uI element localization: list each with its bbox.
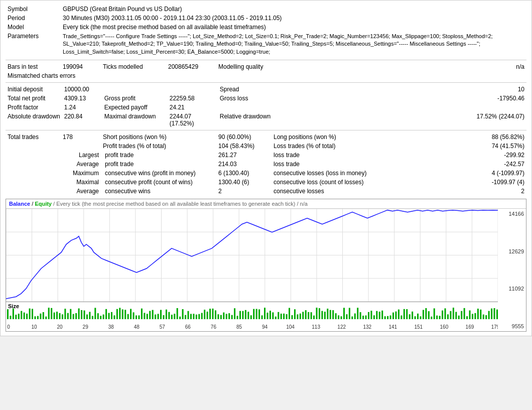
- chart-title-equity: Equity: [35, 201, 52, 207]
- chart-title-balance: Balance: [9, 201, 30, 207]
- max-drawdown-label: Maximal drawdown: [102, 112, 168, 128]
- profit-factor-value: 1.24: [62, 103, 102, 112]
- consec-wins-value: 6 (1300.40): [216, 169, 272, 178]
- expected-payoff-value: 24.21: [168, 103, 218, 112]
- total-trades-row: Total trades 178 Short positions (won %)…: [6, 132, 526, 142]
- avg-consec-wins-value: 2: [216, 187, 272, 196]
- rel-drawdown-value: 17.52% (2244.07): [283, 112, 526, 128]
- average-row: Average profit trade 214.03 loss trade -…: [6, 160, 526, 169]
- expected-payoff-label: Expected payoff: [102, 103, 168, 112]
- bars-value: 199094: [61, 62, 101, 71]
- maximal-row: Maximal consecutive profit (count of win…: [6, 178, 526, 187]
- long-value: 88 (56.82%): [372, 132, 526, 142]
- gross-profit-label: Gross profit: [102, 94, 168, 103]
- trades-table: Total trades 178 Short positions (won %)…: [6, 132, 526, 196]
- abs-drawdown-value: 220.84: [62, 112, 102, 128]
- gross-loss-value: -17950.46: [283, 94, 526, 103]
- profit-trades-label: Profit trades (% of total): [101, 142, 216, 151]
- symbol-row: Symbol GBPUSD (Great Britain Pound vs US…: [6, 5, 526, 14]
- avg-profit-label: profit trade: [101, 160, 216, 169]
- main-container: Symbol GBPUSD (Great Britain Pound vs US…: [0, 0, 532, 336]
- quality-label: Modelling quality: [216, 62, 282, 71]
- loss-trades-value: 74 (41.57%): [372, 142, 526, 151]
- divider-3: [6, 130, 526, 130]
- profit-factor-label: Profit factor: [6, 103, 62, 112]
- largest-profit-trade-label: profit trade: [101, 151, 216, 160]
- rel-drawdown-label: Relative drawdown: [218, 112, 283, 128]
- model-row: Model Every tick (the most precise metho…: [6, 23, 526, 32]
- maximal-label: Maximal: [61, 178, 101, 187]
- model-value: Every tick (the most precise method base…: [61, 23, 526, 32]
- consec-loss-label: consecutive loss (count of losses): [272, 178, 372, 187]
- gross-profit-value: 22259.58: [168, 94, 218, 103]
- deposit-row: Initial deposit 10000.00 Spread 10: [6, 85, 526, 94]
- size-section: Size: [6, 302, 498, 320]
- divider-1: [6, 60, 526, 60]
- symbol-value: GBPUSD (Great Britain Pound vs US Dollar…: [61, 5, 526, 14]
- spread-label: Spread: [218, 85, 283, 94]
- quality-value: n/a: [282, 62, 526, 71]
- parameters-value: Trade_Settings="----- Configure Trade Se…: [61, 32, 526, 57]
- mismatched-row: Mismatched charts errors: [6, 71, 526, 80]
- avg-consec-row: Average consecutive wins 2 consecutive l…: [6, 187, 526, 196]
- balance-chart: [6, 209, 498, 302]
- maximum-label: Maximum: [61, 169, 101, 178]
- consec-profit-value: 1300.40 (6): [216, 178, 272, 187]
- total-trades-value: 178: [61, 132, 101, 142]
- mismatched-label: Mismatched charts errors: [6, 71, 101, 80]
- spread-value: 10: [283, 85, 526, 94]
- chart-container: Balance / Equity / Every tick (the most …: [6, 199, 526, 332]
- average-label: Average: [61, 160, 101, 169]
- consec-loss-value: -1099.97 (4): [372, 178, 526, 187]
- consec-losses-value: 4 (-1099.97): [372, 169, 526, 178]
- gross-loss-label: Gross loss: [218, 94, 283, 103]
- net-profit-row: Total net profit 4309.13 Gross profit 22…: [6, 94, 526, 103]
- profit-factor-row: Profit factor 1.24 Expected payoff 24.21: [6, 103, 526, 112]
- stats-table-2: Initial deposit 10000.00 Spread 10 Total…: [6, 85, 526, 128]
- initial-deposit-value: 10000.00: [62, 85, 102, 94]
- ticks-label: Ticks modelled: [101, 62, 166, 71]
- abs-drawdown-label: Absolute drawdown: [6, 112, 62, 128]
- size-chart: [6, 302, 498, 320]
- largest-profit-trade-value: 261.27: [216, 151, 272, 160]
- largest-loss-trade-value: -299.92: [372, 151, 526, 160]
- y-label-4: 14166: [498, 211, 526, 217]
- avg-consec-losses-value: 2: [372, 187, 526, 196]
- model-label: Model: [6, 23, 61, 32]
- avg-profit-value: 214.03: [216, 160, 272, 169]
- chart-main: Size: [6, 209, 498, 331]
- initial-deposit-label: Initial deposit: [6, 85, 62, 94]
- avg-consec-wins-label: consecutive wins: [101, 187, 216, 196]
- period-value: 30 Minutes (M30) 2003.11.05 00:00 - 2019…: [61, 14, 526, 23]
- profit-trades-value: 104 (58.43%): [216, 142, 272, 151]
- net-profit-label: Total net profit: [6, 94, 62, 103]
- consec-losses-label: consecutive losses (loss in money): [272, 169, 372, 178]
- total-trades-label: Total trades: [6, 132, 61, 142]
- y-label-2: 11092: [498, 286, 526, 292]
- largest-label: Largest: [61, 151, 101, 160]
- x-axis-canvas: [6, 322, 498, 331]
- loss-trades-label: Loss trades (% of total): [272, 142, 372, 151]
- long-label: Long positions (won %): [272, 132, 372, 142]
- avg-loss-value: -242.57: [372, 160, 526, 169]
- chart-divider1: /: [30, 201, 35, 207]
- avg-consec-losses-label: consecutive losses: [272, 187, 372, 196]
- short-label: Short positions (won %): [101, 132, 216, 142]
- chart-body: Size 14166 12629 11092 9555: [6, 209, 526, 331]
- symbol-label: Symbol: [6, 5, 61, 14]
- chart-header: Balance / Equity / Every tick (the most …: [6, 199, 526, 209]
- y-label-1: 9555: [498, 323, 526, 329]
- stats-table: Bars in test 199094 Ticks modelled 20086…: [6, 62, 526, 80]
- profit-trades-row: Profit trades (% of total) 104 (58.43%) …: [6, 142, 526, 151]
- consec-wins-label: consecutive wins (profit in money): [101, 169, 216, 178]
- y-label-3: 12629: [498, 248, 526, 254]
- ticks-value: 200865429: [166, 62, 216, 71]
- avg-consec-label: Average: [61, 187, 101, 196]
- period-row: Period 30 Minutes (M30) 2003.11.05 00:00…: [6, 14, 526, 23]
- parameters-row: Parameters Trade_Settings="----- Configu…: [6, 32, 526, 57]
- short-value: 90 (60.00%): [216, 132, 272, 142]
- chart-title-rest: / Every tick (the most precise method ba…: [52, 201, 308, 207]
- parameters-label: Parameters: [6, 32, 61, 57]
- y-axis-labels: 14166 12629 11092 9555: [498, 209, 526, 331]
- max-drawdown-value: 2244.07 (17.52%): [168, 112, 218, 128]
